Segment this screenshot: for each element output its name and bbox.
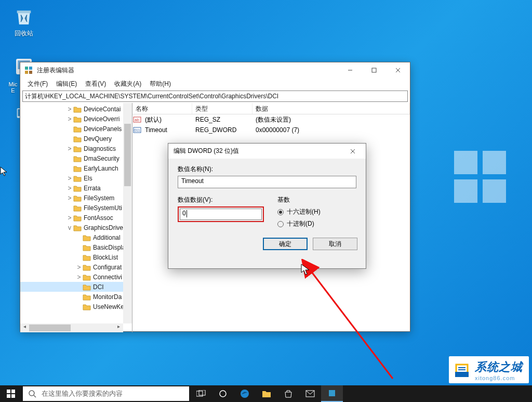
list-row[interactable]: ab(默认)REG_SZ(数值未设置): [132, 114, 410, 125]
tree-item[interactable]: EarlyLaunch: [20, 163, 132, 173]
menu-file[interactable]: 文件(F): [23, 79, 52, 89]
tree-item[interactable]: >FileSystem: [20, 193, 132, 203]
ok-button[interactable]: 确定: [263, 238, 308, 250]
menu-view[interactable]: 查看(V): [81, 79, 110, 89]
edge-button[interactable]: [234, 385, 256, 402]
radio-icon: [277, 209, 284, 215]
expand-icon[interactable]: >: [66, 214, 73, 222]
col-data[interactable]: 数据: [252, 103, 410, 114]
menu-edit[interactable]: 编辑(E): [52, 79, 81, 89]
tree-item[interactable]: DmaSecurity: [20, 153, 132, 163]
start-button[interactable]: [0, 385, 22, 402]
folder-icon: [73, 106, 82, 113]
mail-button[interactable]: [299, 385, 321, 402]
tree-item-label: GraphicsDrive: [84, 224, 123, 231]
tree-item[interactable]: DevQuery: [20, 134, 132, 144]
col-name[interactable]: 名称: [132, 103, 192, 114]
tree-item[interactable]: >FontAssoc: [20, 213, 132, 223]
explorer-button[interactable]: [256, 385, 277, 402]
value-data-field[interactable]: 0: [180, 209, 262, 220]
titlebar[interactable]: 注册表编辑器: [20, 62, 410, 78]
address-bar[interactable]: 计算机\HKEY_LOCAL_MACHINE\SYSTEM\CurrentCon…: [22, 90, 408, 102]
expand-icon[interactable]: >: [66, 145, 73, 152]
tree-item[interactable]: FileSystemUti: [20, 203, 132, 213]
watermark-cn: 系统之城: [475, 359, 523, 375]
cortana-button[interactable]: [212, 385, 234, 402]
tree-item[interactable]: MonitorDa: [20, 292, 132, 302]
tree-item[interactable]: DCI: [20, 282, 132, 292]
address-text: 计算机\HKEY_LOCAL_MACHINE\SYSTEM\CurrentCon…: [25, 92, 278, 101]
tree-item-label: MonitorDa: [93, 293, 122, 301]
taskbar-search[interactable]: 在这里输入你要搜索的内容: [23, 386, 189, 401]
tree-scrollbar-v[interactable]: [123, 103, 132, 323]
tree-item-label: Connectivi: [93, 274, 122, 281]
expand-icon[interactable]: >: [75, 274, 83, 281]
tree-item[interactable]: >Connectivi: [20, 272, 132, 282]
folder-icon: [83, 303, 91, 310]
window-title: 注册表编辑器: [37, 66, 74, 75]
taskbar-app-active[interactable]: [321, 385, 343, 402]
windows-icon: [7, 390, 15, 398]
tree-scrollbar-h[interactable]: ◂▸: [20, 323, 123, 332]
store-button[interactable]: [277, 385, 299, 402]
tree-item[interactable]: >Configurat: [20, 262, 132, 272]
svg-rect-21: [7, 390, 10, 393]
expand-icon[interactable]: v: [66, 224, 73, 231]
taskview-button[interactable]: [190, 385, 212, 402]
expand-icon[interactable]: >: [66, 175, 73, 182]
tree-item-label: DmaSecurity: [84, 155, 119, 162]
svg-rect-8: [29, 71, 32, 74]
cancel-button[interactable]: 取消: [313, 238, 357, 250]
dialog-close-button[interactable]: [345, 144, 361, 159]
svg-text:ab: ab: [135, 118, 139, 122]
tree-item[interactable]: >DeviceOverri: [20, 114, 132, 124]
list-header[interactable]: 名称 类型 数据: [132, 103, 410, 114]
mail-icon: [305, 390, 315, 397]
minimize-button[interactable]: [338, 62, 362, 78]
edge-icon: [240, 389, 249, 398]
tree-item[interactable]: Additional: [20, 232, 132, 242]
desktop-edge[interactable]: MicE: [5, 81, 21, 94]
tree-item[interactable]: UseNewKe: [20, 302, 132, 312]
menu-favorites[interactable]: 收藏夹(A): [110, 79, 145, 89]
taskview-icon: [196, 390, 206, 397]
tree-item-label: Diagnostics: [84, 145, 116, 152]
desktop-recycle-bin[interactable]: 回收站: [8, 6, 39, 38]
expand-icon[interactable]: >: [66, 194, 73, 202]
tree-item[interactable]: DevicePanels: [20, 124, 132, 134]
col-type[interactable]: 类型: [192, 103, 252, 114]
radio-dec[interactable]: 十进制(D): [277, 219, 321, 228]
menu-help[interactable]: 帮助(H): [145, 79, 175, 89]
base-label: 基数: [277, 196, 321, 204]
tree-item[interactable]: >Els: [20, 173, 132, 183]
svg-point-30: [241, 390, 249, 398]
tree-item[interactable]: vGraphicsDrive: [20, 223, 132, 232]
svg-rect-5: [25, 67, 28, 70]
value-name-field[interactable]: Timeout: [178, 176, 356, 188]
svg-rect-20: [455, 372, 469, 377]
dialog-titlebar[interactable]: 编辑 DWORD (32 位)值: [168, 144, 366, 159]
tree-item[interactable]: >DeviceContai: [20, 104, 132, 114]
tree-item[interactable]: >Errata: [20, 183, 132, 193]
close-button[interactable]: [386, 62, 410, 78]
watermark-en: xitong86.com: [475, 375, 523, 381]
list-row[interactable]: 011TimeoutREG_DWORD0x00000007 (7): [132, 125, 410, 135]
expand-icon[interactable]: >: [66, 115, 73, 123]
watermark-icon: [453, 361, 471, 379]
tree-item-label: DevicePanels: [84, 125, 122, 133]
maximize-button[interactable]: [362, 62, 386, 78]
search-placeholder: 在这里输入你要搜索的内容: [42, 389, 123, 398]
svg-rect-23: [7, 394, 10, 398]
cell-name: Timeout: [142, 126, 192, 134]
tree-item[interactable]: BlockList: [20, 252, 132, 262]
tree-item[interactable]: >Diagnostics: [20, 144, 132, 153]
svg-rect-6: [29, 67, 32, 70]
watermark: 系统之城 xitong86.com: [449, 356, 529, 383]
radio-hex[interactable]: 十六进制(H): [277, 208, 321, 216]
expand-icon[interactable]: >: [66, 106, 73, 113]
expand-icon[interactable]: >: [66, 185, 73, 192]
windows-light-effect: [454, 151, 506, 203]
tree-item[interactable]: BasicDispla: [20, 242, 132, 252]
expand-icon[interactable]: >: [75, 264, 83, 271]
tree-item-label: FileSystem: [84, 194, 114, 202]
